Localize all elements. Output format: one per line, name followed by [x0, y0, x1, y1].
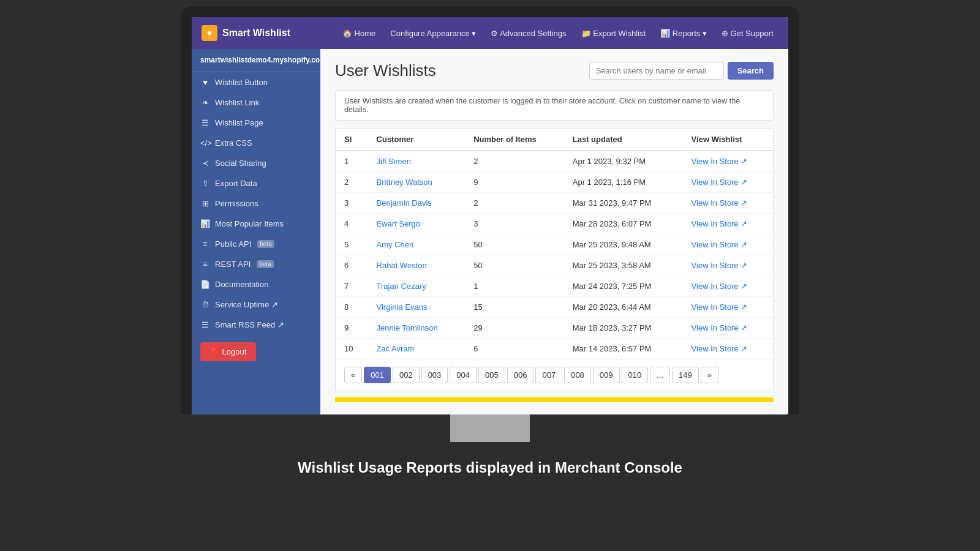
logout-button[interactable]: 🔴 Logout [200, 342, 256, 361]
sidebar-item-extra-css[interactable]: </> Extra CSS [192, 133, 320, 153]
sidebar-item-wishlist-page[interactable]: ☰ Wishlist Page [192, 113, 320, 133]
cell-customer[interactable]: Ewart Sergo [368, 214, 466, 234]
brand-name: Smart Wishlist [222, 28, 290, 39]
cell-items: 9 [465, 172, 564, 193]
table-row: 7 Trajan Cezary 1 Mar 24 2023, 7:25 PM V… [336, 276, 773, 297]
pagination-page-001[interactable]: 001 [364, 367, 391, 383]
cell-customer[interactable]: Zac Avram [368, 339, 466, 359]
sidebar-label: Smart RSS Feed ↗ [215, 320, 284, 329]
sidebar-item-wishlist-link[interactable]: ❧ Wishlist Link [192, 92, 320, 113]
cell-customer[interactable]: Amy Chen [368, 234, 466, 255]
monitor-stand-neck [450, 414, 530, 442]
store-name: smartwishlistdemo4.myshopify.com [192, 49, 320, 72]
css-icon: </> [200, 138, 210, 148]
cell-si: 1 [336, 151, 368, 172]
sidebar-item-service-uptime[interactable]: ⏱ Service Uptime ↗ [192, 294, 320, 315]
cell-items: 29 [465, 318, 564, 339]
cell-customer[interactable]: Jifl Simen [368, 151, 466, 172]
brand-logo: ♥ Smart Wishlist [202, 25, 324, 41]
content-header: User Wishlists Search [335, 61, 774, 80]
search-area: Search [589, 62, 774, 80]
cell-si: 2 [336, 172, 368, 193]
brand-icon: ♥ [202, 25, 217, 41]
cell-customer[interactable]: Brittney Watson [368, 172, 466, 193]
table-row: 10 Zac Avram 6 Mar 14 2023, 6:57 PM View… [336, 339, 773, 359]
cell-customer[interactable]: Benjamin Davis [368, 193, 466, 214]
pagination-page-149[interactable]: 149 [672, 367, 699, 383]
pagination-page-004[interactable]: 004 [450, 367, 477, 383]
sidebar-item-public-api[interactable]: ≡ Public API beta [192, 234, 320, 254]
cell-items: 2 [465, 193, 564, 214]
sidebar-label: Social Sharing [215, 159, 266, 168]
chart-icon: 📊 [200, 219, 210, 228]
sidebar-item-export-data[interactable]: ⇪ Export Data [192, 173, 320, 193]
cell-view-store[interactable]: View In Store ↗ [683, 172, 773, 193]
table-row: 3 Benjamin Davis 2 Mar 31 2023, 9:47 PM … [336, 193, 773, 214]
sidebar-item-rss-feed[interactable]: ☰ Smart RSS Feed ↗ [192, 315, 320, 335]
nav-home[interactable]: 🏠 Home [336, 25, 382, 42]
pagination-next[interactable]: » [701, 367, 718, 383]
col-si: SI [336, 129, 368, 151]
pagination-page-009[interactable]: 009 [593, 367, 620, 383]
search-button[interactable]: Search [728, 62, 774, 80]
cell-last-updated: Mar 20 2023, 6:44 AM [564, 297, 683, 318]
pagination-page-010[interactable]: 010 [622, 367, 649, 383]
sidebar: smartwishlistdemo4.myshopify.com ♥ Wishl… [192, 49, 320, 414]
nav-reports[interactable]: 📊 Reports ▾ [654, 25, 713, 42]
external-link-icon: ↗ [741, 157, 747, 166]
cell-customer[interactable]: Virginia Evans [368, 297, 466, 318]
table-header-row: SI Customer Number of Items Last updated… [336, 129, 773, 151]
cell-view-store[interactable]: View In Store ↗ [683, 151, 773, 172]
sidebar-label: REST API [215, 260, 251, 269]
cell-si: 8 [336, 297, 368, 318]
sidebar-item-permissions[interactable]: ⊞ Permissions [192, 193, 320, 214]
footer-text: Wishlist Usage Reports displayed in Merc… [298, 459, 682, 476]
page-title: User Wishlists [335, 61, 436, 80]
pagination-prev[interactable]: « [344, 367, 362, 383]
search-input[interactable] [589, 62, 724, 80]
info-box: User Wishlists are created when the cust… [335, 90, 774, 121]
cell-view-store[interactable]: View In Store ↗ [683, 339, 773, 359]
cell-customer[interactable]: Rahat Weston [368, 255, 466, 276]
nav-advanced-settings[interactable]: ⚙ Advanced Settings [484, 25, 572, 42]
cell-view-store[interactable]: View In Store ↗ [683, 297, 773, 318]
external-link-icon: ↗ [741, 261, 747, 270]
sidebar-item-most-popular[interactable]: 📊 Most Popular Items [192, 214, 320, 234]
pagination-page-002[interactable]: 002 [393, 367, 420, 383]
pagination-page-008[interactable]: 008 [564, 367, 591, 383]
cell-view-store[interactable]: View In Store ↗ [683, 234, 773, 255]
sidebar-item-wishlist-button[interactable]: ♥ Wishlist Button [192, 72, 320, 92]
table-row: 4 Ewart Sergo 3 Mar 28 2023, 6:07 PM Vie… [336, 214, 773, 234]
cell-view-store[interactable]: View In Store ↗ [683, 255, 773, 276]
sidebar-item-rest-api[interactable]: ≡ REST API beta [192, 254, 320, 274]
pagination-page-006[interactable]: 006 [507, 367, 534, 383]
col-customer: Customer [368, 129, 466, 151]
sidebar-item-social-sharing[interactable]: ≺ Social Sharing [192, 153, 320, 173]
uptime-icon: ⏱ [200, 300, 210, 309]
cell-last-updated: Mar 28 2023, 6:07 PM [564, 214, 683, 234]
sidebar-label: Public API [215, 239, 251, 249]
cell-view-store[interactable]: View In Store ↗ [683, 193, 773, 214]
sidebar-label: Wishlist Button [215, 78, 268, 87]
sidebar-label: Wishlist Page [215, 118, 263, 127]
cell-view-store[interactable]: View In Store ↗ [683, 276, 773, 297]
pagination: « 001 002 003 004 005 006 007 008 009 01… [336, 359, 773, 391]
heart-icon: ♥ [200, 78, 210, 87]
pagination-page-005[interactable]: 005 [478, 367, 505, 383]
cell-items: 6 [465, 339, 564, 359]
cell-view-store[interactable]: View In Store ↗ [683, 318, 773, 339]
cell-customer[interactable]: Trajan Cezary [368, 276, 466, 297]
nav-get-support[interactable]: ⊕ Get Support [715, 25, 780, 42]
cell-view-store[interactable]: View In Store ↗ [683, 214, 773, 234]
rest-icon: ≡ [200, 260, 210, 269]
cell-si: 10 [336, 339, 368, 359]
nav-configure-appearance[interactable]: Configure Appearance ▾ [384, 25, 482, 42]
cell-customer[interactable]: Jennie Tomlinson [368, 318, 466, 339]
pagination-page-003[interactable]: 003 [421, 367, 448, 383]
beta-badge: beta [257, 240, 274, 248]
sidebar-item-documentation[interactable]: 📄 Documentation [192, 274, 320, 294]
table-row: 9 Jennie Tomlinson 29 Mar 18 2023, 3:27 … [336, 318, 773, 339]
nav-export-wishlist[interactable]: 📁 Export Wishlist [575, 25, 652, 42]
beta-badge-rest: beta [257, 260, 273, 268]
pagination-page-007[interactable]: 007 [535, 367, 562, 383]
